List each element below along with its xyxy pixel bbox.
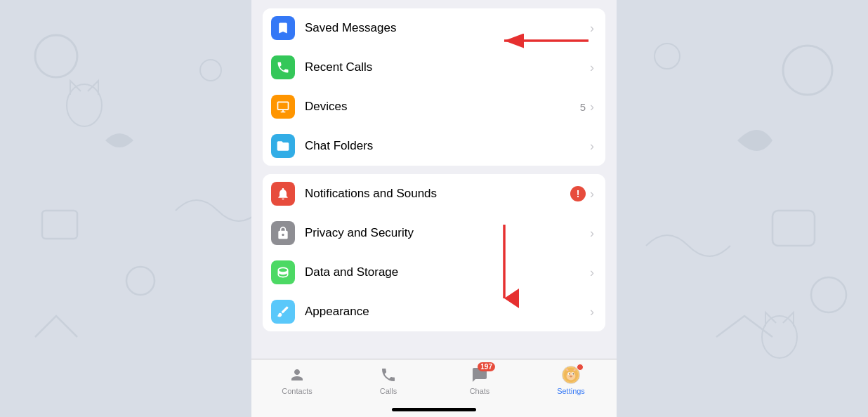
settings-dot-badge bbox=[577, 364, 584, 371]
privacy-item[interactable]: Privacy and Security › bbox=[263, 213, 605, 253]
svg-point-20 bbox=[572, 373, 574, 375]
data-storage-chevron: › bbox=[590, 265, 594, 280]
svg-rect-1 bbox=[42, 211, 77, 239]
calls-tab-label: Calls bbox=[380, 387, 397, 395]
annotation-arrow-right bbox=[497, 27, 596, 55]
svg-point-8 bbox=[67, 84, 102, 126]
devices-chevron: › bbox=[590, 100, 594, 114]
home-indicator bbox=[392, 408, 476, 411]
recent-calls-label: Recent Calls bbox=[305, 60, 590, 74]
settings-tab-label: Settings bbox=[557, 387, 585, 395]
data-storage-label: Data and Storage bbox=[305, 265, 590, 279]
notifications-chevron: › bbox=[590, 187, 594, 201]
chats-badge: 197 bbox=[478, 362, 495, 371]
chat-folders-icon bbox=[271, 134, 295, 158]
svg-point-4 bbox=[783, 46, 832, 95]
privacy-chevron: › bbox=[590, 226, 594, 241]
recent-calls-icon bbox=[271, 55, 295, 79]
saved-messages-icon bbox=[271, 16, 295, 40]
svg-point-2 bbox=[126, 267, 154, 295]
devices-badge: 5 bbox=[580, 101, 586, 113]
appearance-chevron: › bbox=[590, 305, 594, 319]
tab-calls[interactable]: Calls bbox=[343, 365, 434, 395]
chats-tab-label: Chats bbox=[470, 387, 490, 395]
privacy-icon bbox=[271, 221, 295, 245]
chats-tab-icon: 197 bbox=[470, 365, 489, 385]
chat-folders-chevron: › bbox=[590, 139, 594, 154]
notifications-icon bbox=[271, 182, 295, 206]
svg-point-9 bbox=[762, 316, 797, 358]
devices-item[interactable]: Devices 5 › bbox=[263, 87, 605, 126]
menu-group-2: Notifications and Sounds ! › Privacy and… bbox=[263, 174, 605, 331]
appearance-icon bbox=[271, 300, 295, 324]
phone-panel: Saved Messages › Recent Calls › bbox=[251, 0, 617, 417]
svg-point-6 bbox=[811, 277, 846, 312]
notifications-label: Notifications and Sounds bbox=[305, 187, 570, 201]
recent-calls-chevron: › bbox=[590, 60, 594, 75]
svg-point-0 bbox=[35, 35, 77, 77]
contacts-tab-label: Contacts bbox=[282, 387, 312, 395]
notifications-alert-badge: ! bbox=[570, 186, 586, 201]
privacy-label: Privacy and Security bbox=[305, 226, 590, 240]
tab-chats[interactable]: 197 Chats bbox=[434, 365, 525, 395]
data-storage-item[interactable]: Data and Storage › bbox=[263, 253, 605, 292]
appearance-label: Appearance bbox=[305, 305, 590, 319]
tab-settings[interactable]: Settings bbox=[525, 365, 617, 395]
contacts-tab-icon bbox=[287, 365, 307, 385]
svg-point-7 bbox=[655, 44, 680, 69]
calls-tab-icon bbox=[379, 365, 398, 385]
devices-icon bbox=[271, 95, 295, 119]
data-storage-icon bbox=[271, 260, 295, 284]
svg-point-19 bbox=[569, 373, 570, 375]
appearance-item[interactable]: Appearance › bbox=[263, 292, 605, 331]
chat-folders-label: Chat Folders bbox=[305, 139, 590, 153]
tab-contacts[interactable]: Contacts bbox=[251, 365, 343, 395]
settings-tab-icon bbox=[561, 365, 581, 385]
devices-label: Devices bbox=[305, 100, 580, 114]
svg-point-3 bbox=[200, 60, 221, 81]
annotation-arrow-down bbox=[476, 218, 532, 312]
svg-point-21 bbox=[570, 376, 572, 376]
chat-folders-item[interactable]: Chat Folders › bbox=[263, 126, 605, 166]
svg-rect-5 bbox=[772, 211, 815, 246]
notifications-item[interactable]: Notifications and Sounds ! › bbox=[263, 174, 605, 213]
